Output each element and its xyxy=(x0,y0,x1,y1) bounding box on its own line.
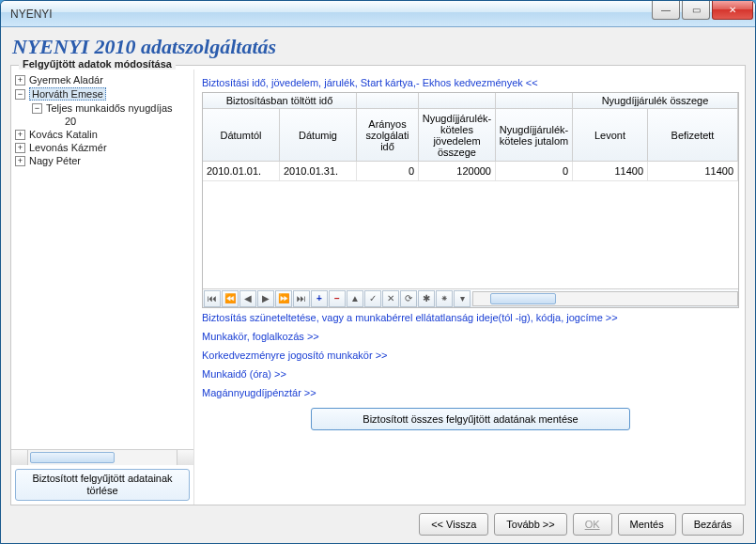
grid-scrollbar[interactable] xyxy=(472,291,738,306)
section-link-private-pension[interactable]: Magánnyugdíjpénztár >> xyxy=(202,383,739,402)
nav-remove-icon[interactable]: − xyxy=(329,290,346,307)
nav-edit-icon[interactable]: ▲ xyxy=(347,290,363,307)
tree-node[interactable]: − Horváth Emese xyxy=(13,86,192,101)
col-pension-income[interactable]: Nyugdíjjárulék-köteles jövedelem összege xyxy=(419,109,496,162)
col-pension-bonus[interactable]: Nyugdíjjárulék-köteles jutalom xyxy=(496,109,573,162)
tree-label: Kovács Katalin xyxy=(29,129,98,140)
col-group-pension-sum: Nyugdíjjárulék összege xyxy=(573,93,738,109)
col-date-from[interactable]: Dátumtól xyxy=(203,109,280,162)
col-spacer xyxy=(357,93,419,109)
col-paid[interactable]: Befizetett xyxy=(648,109,738,162)
nav-cancel-icon[interactable]: ✕ xyxy=(382,290,399,307)
nav-add-icon[interactable]: + xyxy=(311,290,328,307)
maximize-button[interactable]: ▭ xyxy=(682,1,710,20)
tree-node[interactable]: + Gyermek Aladár xyxy=(13,73,192,86)
section-link-occupation[interactable]: Munkakör, foglalkozás >> xyxy=(202,327,739,346)
col-deducted[interactable]: Levont xyxy=(573,109,648,162)
nav-first-icon[interactable]: ⏮ xyxy=(204,290,221,307)
detail-pane: Biztosítási idő, jövedelem, járulék, Sta… xyxy=(194,70,745,505)
col-date-to[interactable]: Dátumig xyxy=(280,109,357,162)
window-title: NYENYI xyxy=(10,8,53,21)
data-grid[interactable]: Biztosításban töltött idő Nyugdíjjárulék… xyxy=(202,92,739,308)
section-link-early-retirement[interactable]: Korkedvezményre jogosító munkakör >> xyxy=(202,346,739,365)
nav-filter-icon[interactable]: ▾ xyxy=(454,290,471,307)
back-button[interactable]: << Vissza xyxy=(419,513,488,536)
nav-refresh-icon[interactable]: ⟳ xyxy=(400,290,417,307)
expand-icon[interactable]: + xyxy=(15,130,25,140)
table-row[interactable]: 2010.01.01. 2010.01.31. 0 120000 0 11400… xyxy=(203,162,738,181)
nav-bookmark-icon[interactable]: ✱ xyxy=(418,290,435,307)
col-spacer xyxy=(496,93,573,109)
nav-post-icon[interactable]: ✓ xyxy=(364,290,381,307)
tree-node[interactable]: 20 xyxy=(13,115,192,128)
close-button[interactable]: ✕ xyxy=(712,1,753,20)
wizard-footer: << Vissza Tovább >> OK Mentés Bezárás xyxy=(419,513,744,536)
save-all-collected-button[interactable]: Biztosított összes felgyűjtött adatának … xyxy=(311,408,630,430)
section-link-suspension[interactable]: Biztosítás szüneteltetése, vagy a munkab… xyxy=(202,308,739,327)
nav-prev-icon[interactable]: ◀ xyxy=(239,290,256,307)
cell-pension-income[interactable]: 120000 xyxy=(419,162,496,181)
panel-title: Felgyűjtött adatok módosítása xyxy=(19,58,176,70)
nav-goto-bookmark-icon[interactable]: ⁕ xyxy=(436,290,453,307)
close-dialog-button[interactable]: Bezárás xyxy=(682,513,744,536)
cell-pension-bonus[interactable]: 0 xyxy=(496,162,573,181)
tree-node[interactable]: + Nagy Péter xyxy=(13,154,192,167)
tree-pane: + Gyermek Aladár − Horváth Emese − Telje… xyxy=(11,70,194,505)
nav-next-icon[interactable]: ▶ xyxy=(257,290,274,307)
expand-icon[interactable]: + xyxy=(15,143,25,153)
minimize-button[interactable]: — xyxy=(652,1,680,20)
tree-node[interactable]: − Teljes munkaidős nyugdíjas xyxy=(13,101,192,115)
nav-prev-page-icon[interactable]: ⏪ xyxy=(222,290,239,307)
section-link-insurance[interactable]: Biztosítási idő, jövedelem, járulék, Sta… xyxy=(202,73,739,92)
nav-last-icon[interactable]: ⏭ xyxy=(293,290,310,307)
next-button[interactable]: Tovább >> xyxy=(494,513,566,536)
col-prop-service[interactable]: Arányos szolgálati idő xyxy=(357,109,419,162)
titlebar[interactable]: NYENYI — ▭ ✕ xyxy=(1,1,755,27)
tree-label: 20 xyxy=(65,116,76,127)
tree-label: Nagy Péter xyxy=(29,155,81,166)
expand-icon[interactable]: + xyxy=(15,156,25,166)
grid-navigator: ⏮ ⏪ ◀ ▶ ⏩ ⏭ + − ▲ ✓ ✕ ⟳ ✱ ⁕ ▾ xyxy=(203,288,738,307)
ok-button: OK xyxy=(573,513,612,536)
app-window: NYENYI — ▭ ✕ NYENYI 2010 adatszolgáltatá… xyxy=(0,0,756,544)
tree-label: Teljes munkaidős nyugdíjas xyxy=(46,102,173,114)
cell-deducted[interactable]: 11400 xyxy=(573,162,648,181)
cell-date-from[interactable]: 2010.01.01. xyxy=(203,162,280,181)
tree-label-selected: Horváth Emese xyxy=(29,87,106,101)
delete-collected-data-button[interactable]: Biztosított felgyűjtött adatainak törlés… xyxy=(15,469,190,501)
collapse-icon[interactable]: − xyxy=(15,89,25,100)
col-group-insurance-time: Biztosításban töltött idő xyxy=(203,93,357,109)
main-panel: Felgyűjtött adatok módosítása + Gyermek … xyxy=(10,65,746,505)
tree-node[interactable]: + Kovács Katalin xyxy=(13,128,192,141)
collapse-icon[interactable]: − xyxy=(32,103,42,114)
person-tree[interactable]: + Gyermek Aladár − Horváth Emese − Telje… xyxy=(11,70,193,449)
expand-icon[interactable]: + xyxy=(15,75,25,85)
cell-paid[interactable]: 11400 xyxy=(648,162,738,181)
col-spacer xyxy=(419,93,496,109)
tree-node[interactable]: + Levonás Kázmér xyxy=(13,141,192,154)
nav-next-page-icon[interactable]: ⏩ xyxy=(275,290,292,307)
tree-label: Levonás Kázmér xyxy=(29,142,107,153)
tree-scrollbar[interactable] xyxy=(11,449,193,465)
save-button[interactable]: Mentés xyxy=(618,513,676,536)
cell-date-to[interactable]: 2010.01.31. xyxy=(280,162,357,181)
tree-label: Gyermek Aladár xyxy=(29,74,103,85)
section-link-worktime[interactable]: Munkaidő (óra) >> xyxy=(202,365,739,383)
cell-prop-service[interactable]: 0 xyxy=(357,162,419,181)
